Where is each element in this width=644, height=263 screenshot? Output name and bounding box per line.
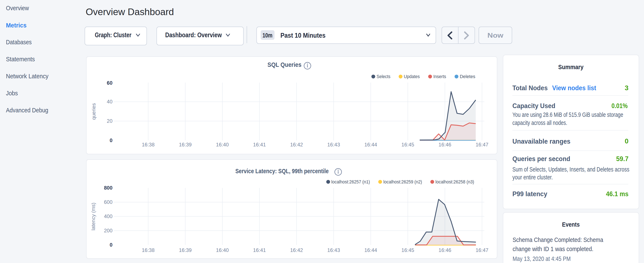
svg-text:localhost:26257 (n1): localhost:26257 (n1): [331, 179, 370, 184]
svg-text:You are using 28.6 MiB of 515.: You are using 28.6 MiB of 515.9 GiB usab…: [512, 111, 623, 118]
svg-text:Deletes: Deletes: [460, 74, 476, 79]
svg-text:Overview Dashboard: Overview Dashboard: [86, 7, 174, 17]
svg-text:0: 0: [110, 242, 112, 248]
svg-text:0.01%: 0.01%: [612, 102, 628, 110]
svg-text:16:39: 16:39: [179, 142, 192, 147]
svg-text:your entire cluster.: your entire cluster.: [512, 174, 553, 181]
svg-text:16:41: 16:41: [253, 142, 266, 147]
svg-text:10m: 10m: [262, 32, 272, 39]
svg-text:16:43: 16:43: [327, 247, 340, 253]
svg-text:Metrics: Metrics: [6, 22, 26, 29]
svg-text:800: 800: [104, 185, 112, 191]
svg-text:16:40: 16:40: [216, 247, 229, 253]
svg-text:3: 3: [625, 84, 628, 92]
svg-text:0: 0: [110, 137, 112, 143]
svg-text:Past 10 Minutes: Past 10 Minutes: [280, 32, 326, 39]
svg-text:16:47: 16:47: [476, 247, 488, 253]
svg-text:Sum of Selects, Updates, Inser: Sum of Selects, Updates, Inserts, and De…: [512, 166, 629, 173]
svg-text:P99 latency: P99 latency: [512, 190, 547, 198]
svg-text:capacity across all nodes.: capacity across all nodes.: [512, 119, 567, 126]
svg-text:16:44: 16:44: [364, 247, 377, 253]
svg-text:queries: queries: [91, 103, 96, 120]
svg-text:200: 200: [104, 228, 112, 233]
svg-text:16:39: 16:39: [179, 247, 192, 253]
svg-text:16:46: 16:46: [438, 247, 451, 253]
svg-text:16:42: 16:42: [290, 247, 303, 253]
svg-text:latency (ms): latency (ms): [90, 203, 96, 230]
svg-text:40: 40: [107, 99, 112, 105]
svg-text:Unavailable ranges: Unavailable ranges: [512, 137, 570, 145]
svg-text:Overview: Overview: [6, 5, 29, 12]
svg-text:16:38: 16:38: [142, 247, 154, 253]
svg-text:46.1 ms: 46.1 ms: [606, 190, 628, 198]
svg-text:Summary: Summary: [558, 63, 584, 70]
svg-text:Graph: Cluster: Graph: Cluster: [95, 31, 132, 39]
svg-text:View nodes list: View nodes list: [552, 84, 596, 92]
svg-text:Events: Events: [562, 221, 580, 228]
svg-text:16:42: 16:42: [290, 142, 303, 147]
svg-text:16:47: 16:47: [476, 142, 488, 147]
svg-text:16:45: 16:45: [402, 247, 414, 253]
svg-text:16:41: 16:41: [253, 247, 266, 253]
svg-text:Queries per second: Queries per second: [512, 155, 570, 163]
svg-text:Updates: Updates: [404, 74, 420, 79]
svg-text:Selects: Selects: [376, 74, 390, 79]
svg-text:Databases: Databases: [6, 39, 32, 46]
svg-text:60: 60: [107, 80, 112, 86]
svg-text:16:40: 16:40: [216, 142, 229, 147]
svg-text:600: 600: [104, 199, 112, 205]
svg-text:change with ID 1 was completed: change with ID 1 was completed.: [512, 245, 594, 252]
svg-text:Network Latency: Network Latency: [6, 73, 48, 80]
svg-text:localhost:26258 (n3): localhost:26258 (n3): [436, 179, 474, 184]
svg-text:16:38: 16:38: [142, 142, 154, 147]
svg-text:400: 400: [104, 213, 112, 219]
svg-text:Statements: Statements: [6, 56, 35, 63]
svg-text:May 13, 2020 at 4:45 PM: May 13, 2020 at 4:45 PM: [512, 255, 571, 262]
svg-text:16:45: 16:45: [402, 142, 414, 147]
svg-text:Dashboard: Overview: Dashboard: Overview: [165, 31, 222, 39]
svg-text:Inserts: Inserts: [433, 74, 446, 79]
svg-text:16:46: 16:46: [438, 142, 451, 147]
svg-text:SQL Queries: SQL Queries: [268, 61, 302, 68]
svg-text:Capacity Used: Capacity Used: [512, 102, 555, 110]
svg-text:16:43: 16:43: [327, 142, 340, 147]
svg-text:0: 0: [625, 137, 628, 145]
svg-text:Schema Change Completed: Schem: Schema Change Completed: Schema: [512, 236, 603, 243]
svg-text:Service Latency: SQL, 99th per: Service Latency: SQL, 99th percentile: [235, 167, 329, 174]
svg-text:59.7: 59.7: [616, 155, 628, 163]
svg-text:16:44: 16:44: [364, 142, 377, 147]
svg-text:Jobs: Jobs: [6, 90, 18, 97]
svg-text:localhost:26259 (n2): localhost:26259 (n2): [383, 179, 422, 184]
svg-text:Now: Now: [488, 32, 504, 39]
svg-text:Total Nodes: Total Nodes: [512, 84, 548, 92]
svg-text:20: 20: [107, 118, 112, 124]
svg-text:Advanced Debug: Advanced Debug: [6, 107, 48, 114]
